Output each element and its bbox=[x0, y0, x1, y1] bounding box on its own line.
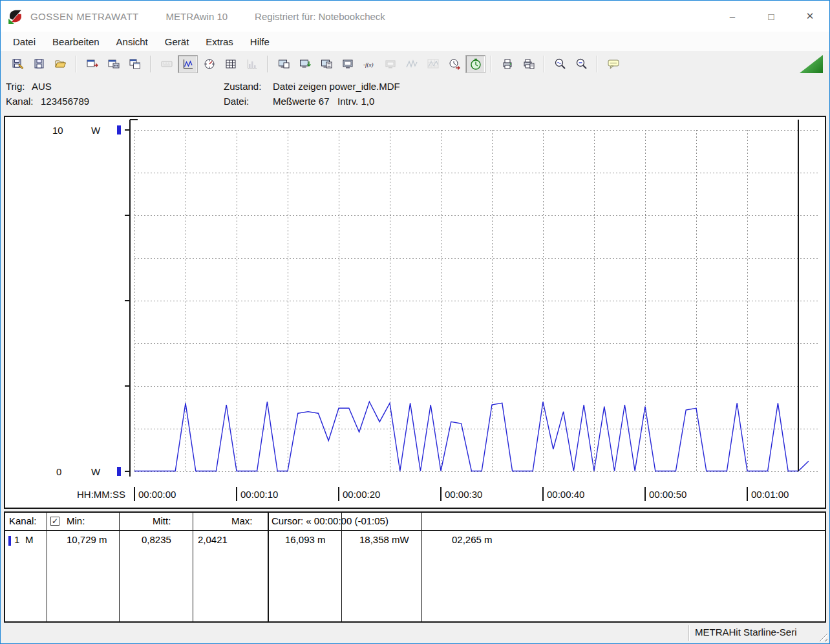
chart-grid bbox=[134, 130, 819, 471]
table-separator bbox=[193, 513, 193, 621]
analog-meter-view-button[interactable] bbox=[199, 55, 219, 73]
device-download-button[interactable] bbox=[295, 55, 315, 73]
device-list-button[interactable] bbox=[316, 55, 336, 73]
header-kanal: Kanal: bbox=[9, 515, 37, 526]
export-data-button[interactable] bbox=[103, 55, 123, 73]
chart-axis-labels: 10W0WHH:MM:SS00:00:0000:00:1000:00:2000:… bbox=[52, 125, 789, 501]
app-title: METRAwin 10 bbox=[166, 11, 228, 22]
row-cursor-b: 18,358 mW bbox=[359, 534, 409, 545]
table-separator bbox=[421, 513, 422, 621]
resize-grip-icon[interactable] bbox=[816, 630, 827, 641]
header-mitt: Mitt: bbox=[153, 515, 171, 526]
channel-table: Kanal: ✓ Min: Mitt: Max: Cursor: « 00:00… bbox=[4, 511, 826, 623]
header-max: Max: bbox=[231, 515, 253, 526]
datei-value: Meßwerte 67 bbox=[273, 96, 330, 107]
menu-hilfe[interactable]: Hilfe bbox=[242, 33, 278, 50]
print-button[interactable] bbox=[497, 55, 517, 73]
row-channel: 1 bbox=[14, 534, 19, 545]
title-bar[interactable]: GOSSEN METRAWATT METRAwin 10 Registriert… bbox=[1, 1, 829, 32]
print-copy-icon bbox=[522, 58, 535, 70]
waveform-button bbox=[401, 55, 421, 73]
formula-button[interactable]: -f(x) bbox=[359, 55, 379, 73]
window-forward-button[interactable] bbox=[125, 55, 145, 73]
menu-bar: DateiBearbeitenAnsichtGerätExtrasHilfe bbox=[1, 32, 829, 51]
row-mitt: 0,8235 bbox=[142, 534, 171, 545]
open-folder-button[interactable] bbox=[50, 55, 70, 73]
analog-meter-view-icon bbox=[203, 58, 216, 70]
x-tick-label: 00:00:20 bbox=[343, 489, 380, 500]
menu-ansicht[interactable]: Ansicht bbox=[108, 33, 156, 50]
stopwatch-button[interactable] bbox=[465, 55, 485, 73]
device-monitor-icon bbox=[341, 58, 354, 70]
device-name: METRAHit Starline-Seri bbox=[695, 627, 797, 638]
zoom-in-icon bbox=[554, 58, 567, 70]
kanal-label: Kanal: bbox=[6, 96, 34, 107]
chart-panel: 10W0WHH:MM:SS00:00:0000:00:1000:00:2000:… bbox=[4, 116, 826, 509]
menu-bearbeiten[interactable]: Bearbeiten bbox=[44, 33, 108, 50]
channel-range-markers bbox=[117, 125, 121, 476]
zoom-in-button[interactable] bbox=[550, 55, 570, 73]
device-window-icon bbox=[277, 58, 290, 70]
y-min-label: 0 bbox=[56, 466, 61, 477]
menu-datei[interactable]: Datei bbox=[5, 33, 44, 50]
device-window-button[interactable] bbox=[273, 55, 293, 73]
line-chart-view-button[interactable] bbox=[178, 55, 198, 73]
waveform-icon bbox=[405, 58, 418, 70]
zustand-label: Zustand: bbox=[224, 81, 261, 92]
minimize-button[interactable]: – bbox=[713, 1, 752, 32]
print-copy-button[interactable] bbox=[518, 55, 538, 73]
app-logo-icon bbox=[7, 8, 24, 25]
tooltip-icon bbox=[607, 58, 620, 70]
table-header-underline bbox=[5, 530, 825, 531]
line-chart-view-icon bbox=[182, 58, 195, 70]
toolbar-separator bbox=[491, 56, 492, 72]
window-export-button[interactable] bbox=[82, 55, 102, 73]
datei-label: Datei: bbox=[224, 96, 249, 107]
maximize-button[interactable]: □ bbox=[752, 1, 791, 32]
row-min: 10,729 m bbox=[67, 534, 107, 545]
x-axis-format-label: HH:MM:SS bbox=[77, 489, 125, 500]
toolbar-separator bbox=[597, 56, 598, 72]
table-separator bbox=[47, 513, 47, 621]
x-tick-label: 00:00:40 bbox=[547, 489, 584, 500]
close-button[interactable]: ✕ bbox=[791, 1, 829, 32]
x-tick-label: 00:00:10 bbox=[240, 489, 278, 500]
power-trend-chart[interactable]: 10W0WHH:MM:SS00:00:0000:00:1000:00:2000:… bbox=[5, 117, 824, 506]
toolbar-separator bbox=[76, 56, 77, 72]
x-tick-label: 00:00:50 bbox=[649, 489, 686, 500]
open-folder-icon bbox=[54, 58, 67, 70]
chart-axes bbox=[125, 120, 138, 477]
waveform-grid-button bbox=[423, 55, 443, 73]
device-display-icon bbox=[384, 58, 397, 70]
table-view-button[interactable] bbox=[220, 55, 240, 73]
registration-text: Registriert für: Notebookcheck bbox=[255, 11, 385, 22]
status-bar: METRAHit Starline-Seri bbox=[1, 623, 829, 643]
toolbar: -f(x) bbox=[1, 51, 829, 77]
tooltip-button[interactable] bbox=[603, 55, 623, 73]
save-report-button[interactable] bbox=[8, 55, 28, 73]
channel-visible-checkbox[interactable]: ✓ bbox=[50, 517, 59, 526]
menu-geraet[interactable]: Gerät bbox=[156, 33, 198, 50]
histogram-view-icon bbox=[246, 58, 259, 70]
window-controls: – □ ✕ bbox=[713, 1, 829, 32]
device-list-icon bbox=[320, 58, 333, 70]
window-export-icon bbox=[86, 58, 99, 70]
y-unit-top: W bbox=[91, 125, 101, 136]
stopwatch-icon bbox=[469, 58, 482, 70]
save-report-icon bbox=[12, 58, 25, 70]
menu-extras[interactable]: Extras bbox=[197, 33, 242, 50]
keyboard-button bbox=[156, 55, 176, 73]
trig-label: Trig: bbox=[6, 81, 25, 92]
clock-export-button[interactable] bbox=[444, 55, 464, 73]
keyboard-icon bbox=[160, 58, 173, 70]
device-download-icon bbox=[299, 58, 312, 70]
x-tick-label: 00:00:00 bbox=[138, 489, 176, 500]
formula-icon: -f(x) bbox=[363, 58, 376, 70]
table-separator bbox=[341, 513, 342, 621]
save-button[interactable] bbox=[29, 55, 49, 73]
kanal-value: 123456789 bbox=[41, 96, 89, 107]
header-min: Min: bbox=[67, 515, 85, 526]
device-monitor-button[interactable] bbox=[337, 55, 357, 73]
zoom-out-button[interactable] bbox=[571, 55, 591, 73]
row-cursor-a: 16,093 m bbox=[285, 534, 326, 545]
